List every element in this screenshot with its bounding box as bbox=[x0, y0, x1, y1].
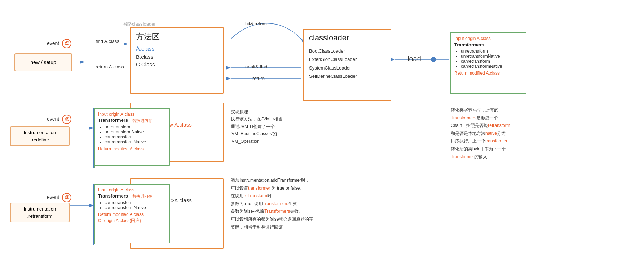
transformer-2-output: Return modified A.class bbox=[98, 146, 167, 151]
event-circle-1: ① bbox=[62, 39, 71, 48]
event-2-label: event ② bbox=[47, 115, 71, 124]
chain-text: 转化类字节码时，所有的 Transformers是形成一个 Chain，按照是否… bbox=[451, 106, 563, 161]
load-label: load bbox=[407, 55, 421, 63]
event-3-label: event ③ bbox=[47, 193, 71, 202]
event-circle-2: ② bbox=[62, 115, 71, 124]
transformer-box-1: Input origin A.class Transformers unretr… bbox=[451, 32, 526, 94]
transformer-2-list: unretransform unretransformNative canret… bbox=[98, 124, 167, 145]
transformer-1-input: Input origin A.class bbox=[454, 36, 523, 41]
new-setup-box: new / setup bbox=[14, 53, 72, 71]
method-area-1-aclass: A.class bbox=[136, 46, 217, 52]
load-dot bbox=[431, 57, 436, 62]
transformer-1-output: Return modified A.class bbox=[454, 71, 523, 76]
transformer-3-output2: Or origin A.class(回滚) bbox=[98, 218, 167, 224]
find-aclass-label: find A.class bbox=[96, 39, 119, 44]
principle-text: 实现原理 执行该方法，在JVM中相当 通过JVM TI创建了一个 'VM_Red… bbox=[231, 108, 310, 145]
hit-return-label: hit& return bbox=[245, 21, 267, 26]
event-1-label: event ① bbox=[47, 39, 71, 48]
method-area-1-title: 方法区 bbox=[136, 31, 217, 42]
instrumentation-retransform-box: Instrumentation.retransform bbox=[10, 203, 70, 222]
classloader-box: classloader BootClassLoader ExtenSionCla… bbox=[303, 29, 391, 101]
event-3-bracket bbox=[93, 184, 94, 245]
transformer-2-swap: 替换进内存 bbox=[132, 118, 152, 123]
transformer-3-swap: 替换进内存 bbox=[132, 194, 152, 198]
transformer-box-3: Input origin A.class Transformers 替换进内存 … bbox=[94, 184, 170, 243]
transformer-3-input: Input origin A.class bbox=[98, 187, 167, 192]
skip-classloader-label: 省略classloader bbox=[123, 21, 156, 27]
transformer-3-title: Transformers bbox=[98, 193, 128, 199]
transformer-2-input: Input origin A.class bbox=[98, 112, 167, 117]
transformer-3-output1: Return modified A.class bbox=[98, 212, 167, 217]
return-aclass-label: return A.class bbox=[96, 64, 124, 70]
method-area-1-cclass: C.Class bbox=[136, 61, 217, 67]
instrumentation-redefine-box: Instrumentation.redefine bbox=[10, 126, 70, 146]
transformer-box-2: Input origin A.class Transformers 替换进内存 … bbox=[94, 108, 170, 166]
transformer-3-list: canretransform canretransformNative bbox=[98, 200, 167, 210]
transformer-2-title: Transformers bbox=[98, 118, 128, 123]
method-area-1-bclass: B.class bbox=[136, 54, 217, 60]
transformer-1-list: unretransform unretransformNative canret… bbox=[454, 49, 523, 69]
return-label: return bbox=[252, 76, 265, 81]
diagram: 省略classloader event ① new / setup find A… bbox=[0, 0, 644, 279]
classloader-items: BootClassLoader ExtenSionClassLoader Sys… bbox=[309, 47, 385, 81]
transformer-1-green-bar bbox=[450, 32, 451, 94]
event-circle-3: ③ bbox=[62, 193, 71, 202]
event-2-bracket bbox=[93, 108, 94, 168]
unhit-find-label: unhit& find bbox=[245, 64, 267, 70]
method-area-1: 方法区 A.class B.class C.Class bbox=[130, 27, 224, 94]
transformer-1-title: Transformers bbox=[454, 42, 523, 48]
add-transformer-text: 添加Instrumentation.addTransformer时， 可以设置t… bbox=[231, 177, 361, 231]
classloader-title: classloader bbox=[309, 33, 385, 43]
